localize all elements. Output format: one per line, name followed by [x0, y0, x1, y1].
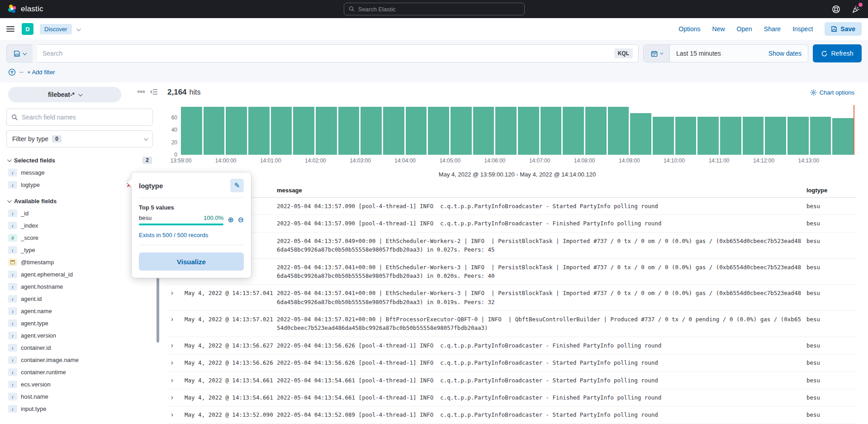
saved-query-menu-button[interactable] — [6, 44, 33, 62]
histogram-bar[interactable] — [406, 107, 427, 155]
toolbar-link-inspect[interactable]: Inspect — [792, 25, 813, 33]
histogram-bar[interactable] — [832, 118, 854, 155]
field-settings-icon[interactable] — [138, 89, 145, 95]
field-item-_index[interactable]: t _index — [6, 219, 153, 232]
histogram-bar[interactable] — [383, 107, 404, 155]
visualize-button[interactable]: Visualize — [139, 252, 244, 271]
field-item-input.type[interactable]: t input.type — [6, 403, 153, 415]
expand-row-icon[interactable]: › — [167, 358, 181, 367]
elastic-logo[interactable]: elastic — [7, 4, 43, 14]
global-search-input[interactable] — [358, 6, 520, 13]
filter-by-type-dropdown[interactable]: Filter by type 0 — [6, 130, 153, 148]
histogram-bar[interactable] — [787, 117, 809, 155]
news-feed-icon[interactable] — [851, 4, 861, 14]
field-item-@timestamp[interactable]: @timestamp — [6, 256, 153, 268]
histogram-chart[interactable]: 0204060 13:59:0014:00:0014:01:0014:02:00… — [181, 105, 854, 178]
field-search-input[interactable] — [22, 114, 148, 121]
selected-fields-section[interactable]: Selected fields 2 — [6, 154, 153, 167]
cell-message: 2022-05-04 04:13:54.661 [pool-4-thread-1… — [277, 393, 803, 402]
expand-row-icon[interactable]: › — [167, 393, 181, 401]
sidebar-scrollbar[interactable] — [157, 270, 159, 343]
toolbar-link-options[interactable]: Options — [678, 25, 700, 33]
histogram-bar[interactable] — [181, 107, 202, 155]
histogram-bar[interactable] — [473, 107, 494, 155]
histogram-bar[interactable] — [271, 107, 292, 155]
histogram-bar[interactable] — [226, 107, 247, 155]
add-filter-link[interactable]: + Add filter — [27, 69, 55, 76]
histogram-bar[interactable] — [360, 107, 382, 155]
histogram-bar[interactable] — [293, 107, 314, 155]
histogram-bar[interactable] — [451, 107, 472, 155]
field-item-ecs.version[interactable]: t ecs.version — [6, 378, 153, 391]
expand-row-icon[interactable]: › — [167, 289, 181, 297]
date-picker: Last 15 minutes Show dates — [643, 44, 808, 62]
expand-row-icon[interactable]: › — [167, 376, 181, 384]
field-item-agent.id[interactable]: t agent.id — [6, 293, 153, 305]
field-item-host.name[interactable]: t host.name — [6, 391, 153, 403]
field-item-container.image.name[interactable]: t container.image.name — [6, 354, 153, 366]
show-dates-link[interactable]: Show dates — [768, 50, 808, 57]
field-item-agent.name[interactable]: t agent.name — [6, 305, 153, 317]
histogram-bar[interactable] — [675, 117, 697, 155]
query-input[interactable] — [43, 50, 614, 57]
field-item-agent.version[interactable]: t agent.version — [6, 329, 153, 342]
expand-row-icon[interactable]: › — [167, 410, 181, 419]
breadcrumb[interactable]: Discover — [40, 24, 72, 34]
collapse-sidebar-icon[interactable] — [150, 89, 157, 95]
toolbar-link-new[interactable]: New — [712, 25, 725, 33]
histogram-bar[interactable] — [495, 107, 517, 155]
exists-in-records-link[interactable]: Exists in 500 / 500 records — [139, 232, 244, 245]
histogram-bar[interactable] — [765, 117, 786, 155]
field-type-icon: t — [8, 169, 17, 176]
field-item-agent.ephemeral_id[interactable]: t agent.ephemeral_id — [6, 268, 153, 281]
filter-for-value-icon[interactable]: ⊕ — [228, 216, 233, 224]
field-item-agent.type[interactable]: t agent.type — [6, 317, 153, 329]
histogram-bar[interactable] — [338, 107, 360, 155]
histogram-bar[interactable] — [316, 107, 337, 155]
app-badge[interactable]: D — [22, 23, 33, 35]
histogram-bar[interactable] — [541, 107, 562, 155]
help-icon[interactable] — [831, 4, 841, 14]
field-item-agent.hostname[interactable]: t agent.hostname — [6, 281, 153, 293]
index-pattern-selector[interactable]: filebeat-* — [8, 87, 121, 102]
histogram-bar[interactable] — [720, 117, 741, 155]
expand-row-icon[interactable]: › — [167, 341, 181, 349]
date-picker-calendar-button[interactable] — [644, 45, 670, 62]
histogram-bar[interactable] — [653, 117, 674, 155]
field-item-container.runtime[interactable]: t container.runtime — [6, 366, 153, 378]
time-range-value[interactable]: Last 15 minutes — [670, 50, 768, 57]
menu-icon[interactable] — [6, 26, 14, 32]
save-button[interactable]: Save — [825, 22, 862, 36]
kql-toggle[interactable]: KQL — [614, 48, 633, 58]
histogram-bar[interactable] — [743, 117, 764, 155]
histogram-bar[interactable] — [563, 107, 584, 155]
histogram-bar[interactable] — [630, 113, 651, 155]
histogram-bar[interactable] — [204, 107, 225, 155]
filter-out-value-icon[interactable]: ⊖ — [238, 216, 244, 224]
edit-field-button[interactable]: ✎ — [230, 179, 244, 192]
field-item-_score[interactable]: # _score — [6, 232, 153, 244]
histogram-bar[interactable] — [428, 107, 449, 155]
column-header-message[interactable]: message — [277, 187, 803, 194]
available-fields-section[interactable]: Available fields 65 — [6, 195, 153, 207]
histogram-bar[interactable] — [608, 107, 629, 155]
breadcrumb-chevron-icon[interactable] — [76, 25, 80, 33]
filter-icon[interactable] — [8, 68, 16, 76]
toolbar-link-share[interactable]: Share — [764, 25, 781, 33]
histogram-bar[interactable] — [810, 117, 831, 155]
field-item-_id[interactable]: t _id — [6, 207, 153, 219]
refresh-button[interactable]: Refresh — [813, 44, 862, 62]
histogram-bar[interactable] — [248, 107, 270, 155]
chart-options-button[interactable]: Chart options — [810, 89, 854, 96]
histogram-bar[interactable] — [518, 107, 539, 155]
histogram-bar[interactable] — [697, 117, 719, 155]
field-item-_type[interactable]: t _type — [6, 244, 153, 256]
expand-row-icon[interactable]: › — [167, 315, 181, 323]
histogram-bar[interactable] — [585, 107, 607, 155]
y-tick-label: 40 — [171, 127, 177, 133]
global-search[interactable] — [344, 3, 525, 15]
column-header-logtype[interactable]: logtype — [806, 187, 856, 194]
toolbar-link-open[interactable]: Open — [737, 25, 752, 33]
field-item-message[interactable]: t message — [6, 167, 153, 179]
field-item-container.id[interactable]: t container.id — [6, 342, 153, 354]
